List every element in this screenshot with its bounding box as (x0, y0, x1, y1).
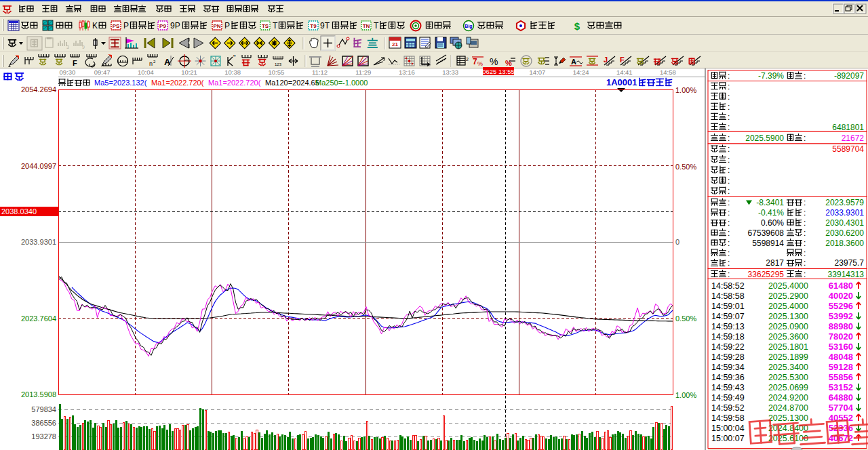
svg-text:9: 9 (82, 45, 85, 49)
svg-text:09:30: 09:30 (60, 68, 76, 76)
svg-text:A: A (571, 58, 576, 66)
svg-text:14:58:52: 14:58:52 (711, 281, 745, 291)
svg-text:88980: 88980 (829, 321, 853, 331)
svg-text:14:58:58: 14:58:58 (711, 291, 745, 301)
svg-text:5589704: 5589704 (832, 144, 864, 154)
svg-text:2054.2694: 2054.2694 (21, 85, 56, 94)
svg-text:0.50%: 0.50% (675, 314, 696, 323)
svg-text:T9: T9 (310, 23, 317, 29)
svg-text:67539608: 67539608 (748, 228, 785, 238)
svg-text:F: F (620, 56, 625, 64)
svg-text:2025.0900: 2025.0900 (768, 322, 808, 331)
svg-text:T: T (273, 21, 278, 30)
svg-text:F: F (73, 59, 77, 67)
svg-text:TN: TN (363, 23, 370, 29)
svg-text:33914313: 33914313 (828, 270, 865, 279)
svg-text:PS: PS (113, 23, 120, 29)
svg-text:48048: 48048 (829, 352, 853, 362)
svg-text:-7.39%: -7.39% (758, 71, 784, 81)
svg-text:9T: 9T (320, 21, 330, 30)
svg-text::: : (728, 258, 730, 268)
svg-text:14:59:58: 14:59:58 (711, 413, 745, 423)
svg-text:2025.1300: 2025.1300 (768, 312, 808, 321)
svg-text:2025.3600: 2025.3600 (768, 332, 808, 342)
svg-text:Ma120=2024.65: Ma120=2024.65 (265, 79, 319, 87)
svg-text:14:59:52: 14:59:52 (711, 403, 745, 413)
svg-text:2023.7604: 2023.7604 (21, 314, 56, 323)
svg-text:2030.4301: 2030.4301 (825, 218, 864, 228)
svg-text:2038.0340: 2038.0340 (1, 207, 37, 216)
svg-text::: : (728, 228, 730, 238)
svg-text:0.50%: 0.50% (675, 163, 696, 171)
svg-text:2018.3600: 2018.3600 (825, 239, 864, 248)
svg-text::: : (728, 155, 730, 165)
svg-text::: : (728, 270, 730, 279)
svg-text:%: % (490, 56, 498, 67)
svg-text:14:07: 14:07 (530, 68, 546, 76)
svg-text:P9: P9 (159, 23, 166, 29)
svg-text:-0.41%: -0.41% (758, 208, 784, 218)
svg-text:3: 3 (66, 45, 69, 49)
svg-text:-8.3401: -8.3401 (756, 198, 784, 207)
svg-text:2025.4000: 2025.4000 (768, 281, 808, 291)
svg-text:10:04: 10:04 (138, 68, 154, 76)
svg-text:2025.1300: 2025.1300 (768, 413, 808, 423)
svg-text:14:58: 14:58 (660, 68, 676, 76)
svg-text:2033.9301: 2033.9301 (825, 208, 864, 218)
svg-text::: : (728, 144, 730, 154)
svg-text::: : (728, 186, 730, 196)
svg-text:2025.0699: 2025.0699 (768, 383, 808, 392)
svg-text:2025.3400: 2025.3400 (768, 363, 808, 372)
svg-text:14:41: 14:41 (616, 68, 633, 76)
svg-text:2044.0997: 2044.0997 (21, 162, 56, 170)
svg-text:10:55: 10:55 (268, 68, 284, 76)
svg-text:53152: 53152 (829, 382, 853, 392)
svg-text:TS: TS (262, 23, 269, 29)
svg-text:123: 123 (275, 62, 282, 66)
svg-text:14:24: 14:24 (573, 68, 589, 76)
svg-text:9P: 9P (170, 21, 180, 30)
svg-text:2013.5908: 2013.5908 (21, 390, 56, 398)
svg-text:57704: 57704 (829, 403, 854, 413)
svg-text:14:59:28: 14:59:28 (711, 352, 745, 362)
svg-text:5598914: 5598914 (752, 239, 784, 248)
svg-text:14:59:13: 14:59:13 (711, 322, 745, 331)
svg-text::: : (728, 198, 730, 207)
svg-text:J: J (604, 56, 608, 64)
svg-text::: : (728, 102, 730, 112)
svg-text:2030.6200: 2030.6200 (825, 228, 864, 238)
svg-text:P: P (123, 21, 129, 30)
svg-text:78020: 78020 (829, 331, 853, 342)
svg-text::: : (728, 176, 730, 186)
svg-text::: : (804, 270, 806, 279)
svg-text::: : (804, 228, 806, 238)
svg-text::: : (804, 134, 806, 143)
svg-text::: : (728, 112, 730, 122)
svg-text::: : (728, 249, 730, 258)
svg-text:14:59:22: 14:59:22 (711, 342, 745, 352)
svg-text:23975.7: 23975.7 (835, 258, 865, 268)
svg-text::: : (804, 239, 806, 248)
svg-text:PN: PN (213, 23, 220, 29)
svg-text:10:21: 10:21 (181, 68, 197, 76)
svg-text:0625 13:55: 0625 13:55 (482, 68, 515, 75)
svg-text::: : (728, 218, 730, 228)
svg-text:193278: 193278 (31, 432, 56, 441)
svg-text:386556: 386556 (31, 419, 56, 427)
svg-text::: : (804, 71, 806, 81)
svg-text:7: 7 (473, 57, 477, 66)
svg-text:13:16: 13:16 (399, 68, 415, 76)
svg-text:0.60%: 0.60% (761, 218, 784, 228)
svg-text:2025.2900: 2025.2900 (768, 291, 808, 301)
svg-text::: : (728, 71, 730, 81)
svg-text:14:59:18: 14:59:18 (711, 332, 745, 342)
svg-text::: : (804, 198, 806, 207)
svg-text:2024.9200: 2024.9200 (768, 393, 808, 403)
svg-text:40020: 40020 (829, 291, 853, 301)
svg-text:0: 0 (675, 238, 679, 246)
svg-text:2033.9301: 2033.9301 (21, 238, 56, 246)
svg-text:14:59:01: 14:59:01 (711, 302, 745, 311)
svg-text:33625295: 33625295 (748, 270, 785, 279)
svg-text:Ma1=2022.720(: Ma1=2022.720( (208, 79, 261, 87)
svg-text:2025.1801: 2025.1801 (768, 342, 808, 352)
